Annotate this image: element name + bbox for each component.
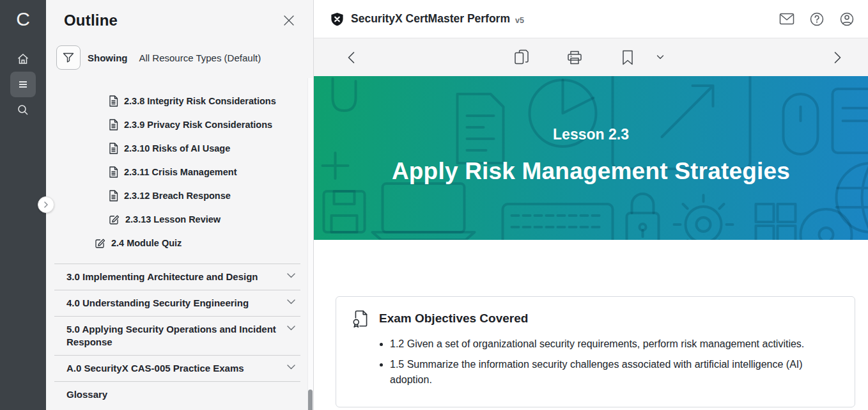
outline-title: Outline xyxy=(64,12,118,29)
messages-button[interactable] xyxy=(777,10,796,29)
document-icon xyxy=(109,190,118,201)
caret-down-icon xyxy=(657,55,664,59)
certificate-icon xyxy=(352,309,371,328)
outline-section-label: Glossary xyxy=(66,388,279,401)
outline-item-label: 2.3.13 Lesson Review xyxy=(125,214,221,225)
document-icon xyxy=(109,143,118,154)
filter-value: All Resource Types (Default) xyxy=(139,52,261,63)
outline-item[interactable]: 2.3.12 Breach Response xyxy=(46,184,313,207)
quiz-pencil-icon xyxy=(109,214,120,225)
outline-section-label: 3.0 Implementing Architecture and Design xyxy=(66,271,279,283)
outline-section-label: 5.0 Applying Security Operations and Inc… xyxy=(66,323,279,349)
lesson-number: Lesson 2.3 xyxy=(314,126,868,143)
exam-objectives-list: 1.2 Given a set of organizational securi… xyxy=(352,336,839,388)
print-icon xyxy=(567,50,583,65)
outline-item-label: 2.3.8 Integrity Risk Considerations xyxy=(124,96,276,106)
shield-x-icon xyxy=(330,12,345,27)
outline-item[interactable]: 2.4 Module Quiz xyxy=(46,231,313,255)
outline-section[interactable]: 4.0 Understanding Security Engineering xyxy=(54,290,300,316)
account-icon xyxy=(839,12,855,27)
bookmark-button[interactable] xyxy=(617,47,639,68)
bookmark-icon xyxy=(623,50,633,65)
outline-item-label: 2.3.9 Privacy Risk Considerations xyxy=(124,120,272,130)
outline-item[interactable]: 2.3.13 Lesson Review xyxy=(46,207,313,231)
main-content-area: SecurityX CertMaster Perform v5 xyxy=(313,0,868,410)
bookmark-menu-button[interactable] xyxy=(649,47,671,68)
outline-section[interactable]: 5.0 Applying Security Operations and Inc… xyxy=(54,316,300,355)
outline-section-label: A.0 SecurityX CAS-005 Practice Exams xyxy=(66,362,279,375)
brand-logo[interactable]: C xyxy=(0,0,46,38)
product-version: v5 xyxy=(515,16,524,25)
filter-funnel-icon xyxy=(62,51,75,64)
outline-item[interactable]: 2.3.10 Risks of AI Usage xyxy=(46,136,313,160)
exam-objective-item: 1.5 Summarize the information security c… xyxy=(390,357,839,388)
panel-expand-button[interactable] xyxy=(38,196,54,213)
outline-section-label: 4.0 Understanding Security Engineering xyxy=(66,297,279,310)
quiz-pencil-icon xyxy=(95,237,105,248)
document-icon xyxy=(109,166,118,178)
outline-item[interactable]: 2.3.11 Crisis Management xyxy=(46,160,313,184)
outline-section-list: 3.0 Implementing Architecture and Design… xyxy=(54,264,300,407)
document-icon xyxy=(109,119,118,130)
previous-page-button[interactable] xyxy=(338,45,364,70)
outline-item-label: 2.3.10 Risks of AI Usage xyxy=(124,143,230,154)
next-page-button[interactable] xyxy=(825,45,850,70)
chevron-right-icon xyxy=(834,52,841,63)
lesson-title: Apply Risk Management Strategies xyxy=(314,158,868,185)
main-header: SecurityX CertMaster Perform v5 xyxy=(314,0,868,38)
document-icon xyxy=(109,95,118,107)
search-button[interactable] xyxy=(10,97,36,123)
home-icon xyxy=(17,52,29,65)
help-button[interactable] xyxy=(807,10,826,29)
outline-section[interactable]: 3.0 Implementing Architecture and Design xyxy=(54,264,300,290)
search-icon xyxy=(17,104,29,116)
exam-objectives-heading: Exam Objectives Covered xyxy=(379,311,528,326)
home-button[interactable] xyxy=(10,46,36,72)
close-outline-button[interactable] xyxy=(280,12,298,29)
product-title: SecurityX CertMaster Perform xyxy=(351,12,510,26)
outline-section-glossary[interactable]: Glossary xyxy=(54,381,300,407)
outline-panel: Outline Showing All Resource Types (Defa… xyxy=(46,0,313,410)
filter-showing-label: Showing xyxy=(88,52,128,63)
lesson-body: Exam Objectives Covered 1.2 Given a set … xyxy=(314,296,868,410)
account-button[interactable] xyxy=(837,10,856,29)
outline-item-label: 2.3.11 Crisis Management xyxy=(124,167,237,177)
copy-icon xyxy=(515,49,529,66)
lesson-toolbar xyxy=(314,38,868,76)
chevron-down-icon xyxy=(287,273,295,278)
print-button[interactable] xyxy=(564,47,585,68)
outline-item-label: 2.4 Module Quiz xyxy=(111,238,182,248)
outline-section[interactable]: A.0 SecurityX CAS-005 Practice Exams xyxy=(54,355,300,381)
outline-item-label: 2.3.12 Breach Response xyxy=(124,191,231,201)
exam-objective-item: 1.2 Given a set of organizational securi… xyxy=(390,336,839,352)
mail-icon xyxy=(779,13,794,25)
outline-menu-button[interactable] xyxy=(10,72,36,97)
hero-banner: Lesson 2.3 Apply Risk Management Strateg… xyxy=(314,76,868,240)
outline-menu-icon xyxy=(17,78,29,91)
outline-item[interactable]: 2.3.9 Privacy Risk Considerations xyxy=(46,113,313,136)
chevron-left-icon xyxy=(348,52,355,63)
chevron-down-icon xyxy=(287,326,295,331)
filter-button[interactable] xyxy=(56,45,81,70)
exam-objectives-card: Exam Objectives Covered 1.2 Given a set … xyxy=(336,296,855,407)
copy-button[interactable] xyxy=(511,47,532,68)
close-icon xyxy=(283,15,295,26)
outline-item[interactable]: 2.3.8 Integrity Risk Considerations xyxy=(46,89,313,113)
chevron-down-icon xyxy=(287,365,295,370)
help-icon xyxy=(809,12,825,27)
chevron-down-icon xyxy=(287,299,295,304)
chevron-right-icon xyxy=(43,201,49,208)
outline-scrollbar-track[interactable] xyxy=(307,78,313,410)
app-window: C Outline xyxy=(0,0,868,410)
outline-scrollbar-thumb[interactable] xyxy=(308,390,313,410)
outline-item-list: 2.3.8 Integrity Risk Considerations 2.3.… xyxy=(46,89,313,255)
